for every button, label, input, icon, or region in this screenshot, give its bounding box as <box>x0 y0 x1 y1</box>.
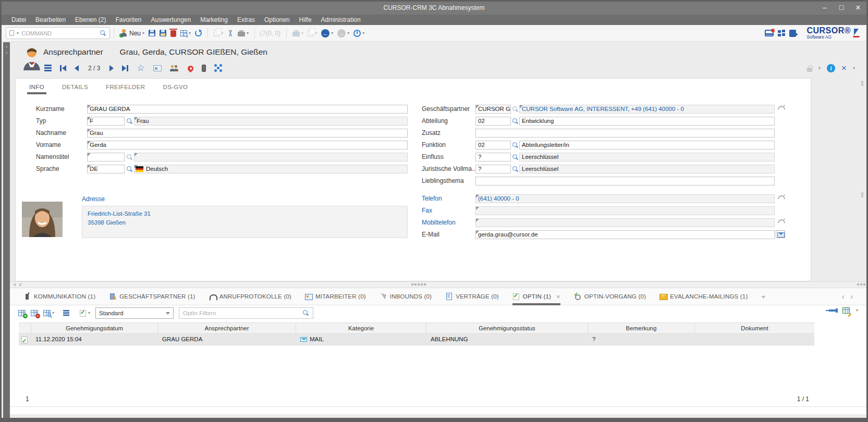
filter-box[interactable] <box>179 307 313 319</box>
collapse-up-icon[interactable]: ∧ <box>13 282 19 287</box>
left-collapse-strip[interactable]: ‹ › <box>3 42 10 418</box>
einfluss-code-field[interactable]: ? <box>475 153 511 162</box>
splitter[interactable]: ∧∨ <box>10 281 866 288</box>
chevron-down-icon[interactable]: ▾ <box>88 311 90 315</box>
scrollbar[interactable] <box>861 192 863 197</box>
maximize-button[interactable]: □ <box>837 3 846 13</box>
header-genehmigungsstatus[interactable]: Genehmigungsstatus <box>426 323 588 333</box>
grid-menu-icon[interactable] <box>63 310 69 311</box>
header-genehmigungsdatum[interactable]: Genehmigungsdatum <box>31 323 158 333</box>
tab-anrufprotokolle[interactable]: ANRUFPROTOKOLLE (0) <box>209 288 291 305</box>
close-tab-icon[interactable]: × <box>556 293 560 301</box>
command-input[interactable] <box>21 30 97 36</box>
location-icon[interactable] <box>186 65 194 73</box>
close-button[interactable]: × <box>854 3 862 13</box>
compass-button[interactable] <box>225 27 236 40</box>
tab-kommunikation[interactable]: KOMMUNIKATION (1) <box>23 288 95 305</box>
forward-button[interactable]: → ▾ <box>335 27 351 40</box>
table-search-button[interactable]: ▾ <box>178 27 193 40</box>
chevron-down-icon[interactable]: ▾ <box>331 31 333 35</box>
tabs-scroll-left-icon[interactable]: ‹ <box>842 292 851 301</box>
menu-bearbeiten[interactable]: Bearbeiten <box>31 16 70 23</box>
zusatz-field[interactable] <box>475 129 775 138</box>
typ-code-field[interactable]: F <box>87 117 125 126</box>
search-icon[interactable] <box>303 310 309 316</box>
add-row-icon[interactable]: + <box>18 310 26 316</box>
tab-evalanche-mailings[interactable]: EVALANCHE-MAILINGS (1) <box>659 288 748 305</box>
filter-input[interactable] <box>183 310 300 316</box>
adresse-label[interactable]: Adresse <box>82 195 105 203</box>
chevron-down-icon[interactable]: ▾ <box>247 31 249 35</box>
einfluss-lookup-icon[interactable] <box>512 154 519 160</box>
info-icon[interactable]: i <box>827 64 835 72</box>
lock-icon[interactable] <box>807 68 812 72</box>
header-bemerkung[interactable]: Bemerkung <box>588 323 695 333</box>
command-box[interactable]: ▾ <box>6 27 110 39</box>
idcard-icon[interactable] <box>153 65 162 71</box>
prev-record-icon[interactable] <box>75 65 79 71</box>
menu-datei[interactable]: Datei <box>7 16 31 23</box>
chevron-down-icon[interactable]: ▾ <box>17 31 19 35</box>
abteilung-code-field[interactable]: 02 <box>475 117 511 126</box>
next-record-icon[interactable] <box>109 65 114 71</box>
juristische-vollmacht-lookup-icon[interactable] <box>512 166 519 172</box>
export-button[interactable]: ▾ <box>305 27 319 40</box>
attachments-button[interactable]: (0, 0) <box>259 27 283 40</box>
menu-extras[interactable]: Extras <box>233 16 260 23</box>
lieblingsthema-field[interactable] <box>475 177 775 185</box>
tab-optin[interactable]: OPTIN (1)× <box>512 288 560 305</box>
header-dokument[interactable]: Dokument <box>695 323 814 333</box>
splitter-handle[interactable] <box>411 283 413 286</box>
phone-icon[interactable] <box>202 65 206 72</box>
dial-mobiltelefon-icon[interactable] <box>777 218 786 226</box>
menu-favoriten[interactable]: Favoriten <box>111 16 146 23</box>
menu-administration[interactable]: Administration <box>316 16 365 23</box>
menu-auswertungen[interactable]: Auswertungen <box>146 16 195 23</box>
view-select[interactable]: Standard <box>95 307 174 319</box>
filter-table-button[interactable]: ▾ <box>43 310 54 316</box>
search-icon[interactable] <box>100 30 106 36</box>
logout-button[interactable] <box>787 27 798 40</box>
tabs-scroll-right-icon[interactable]: › <box>850 292 859 301</box>
chevron-down-icon[interactable]: ▾ <box>853 66 855 70</box>
geschaeftspartner-code-field[interactable]: CURSOR GIE <box>475 105 511 114</box>
refresh-button[interactable] <box>193 27 204 40</box>
table-row[interactable]: 11.12.2020 15:04 GRAU GERDA MAIL ABLEHNU… <box>19 334 814 345</box>
tab-mitarbeiter[interactable]: MITARBEITER (0) <box>305 288 366 305</box>
history-button[interactable]: ▾ <box>351 27 366 40</box>
collapse-left-icon[interactable]: ‹ <box>3 44 10 50</box>
new-button[interactable]: + Neu ▾ <box>118 27 146 40</box>
close-record-icon[interactable]: × <box>841 65 847 72</box>
table-settings-icon[interactable] <box>842 307 850 314</box>
collapse-right-icon[interactable]: › <box>3 50 10 56</box>
adresse-field[interactable]: Friedrich-List-Straße 31 35398 Gießen <box>82 206 408 238</box>
tab-vertraege[interactable]: VERTRÄGE (0) <box>445 288 499 305</box>
header-ansprechpartner[interactable]: Ansprechpartner <box>158 323 296 333</box>
favorite-icon[interactable]: ☆ <box>137 65 144 72</box>
dial-telefon-icon[interactable] <box>777 194 786 202</box>
send-button[interactable]: ▾ <box>290 27 305 40</box>
tab-geschaeftspartner[interactable]: GESCHÄFTSPARTNER (1) <box>109 288 195 305</box>
sprache-lookup-icon[interactable] <box>127 166 133 172</box>
menu-icon[interactable] <box>44 65 52 66</box>
minimize-button[interactable]: – <box>821 3 829 13</box>
telefon-field[interactable]: (641) 40000 - 0 <box>475 194 775 203</box>
sprache-code-field[interactable]: DE <box>87 165 125 173</box>
abteilung-lookup-icon[interactable] <box>512 118 519 125</box>
funktion-lookup-icon[interactable] <box>512 142 519 148</box>
chevron-down-icon[interactable]: ▾ <box>818 66 821 70</box>
scrollbar[interactable] <box>861 81 863 86</box>
tab-details[interactable]: DETAILS <box>62 84 88 94</box>
chevron-down-icon[interactable]: ▾ <box>856 308 858 313</box>
pin-icon[interactable] <box>829 309 836 312</box>
delete-button[interactable] <box>168 27 178 40</box>
last-record-icon[interactable] <box>122 65 128 71</box>
copy-button[interactable]: ▾ <box>212 27 225 40</box>
save-new-button[interactable] <box>157 27 168 40</box>
menu-ebenen[interactable]: Ebenen (2) <box>70 16 111 23</box>
fax-label[interactable]: Fax <box>422 206 432 215</box>
remove-row-icon[interactable]: − <box>31 310 38 316</box>
inbox-button[interactable] <box>763 27 776 40</box>
send-email-icon[interactable] <box>776 230 785 238</box>
print-button[interactable]: ▾ <box>236 27 251 40</box>
